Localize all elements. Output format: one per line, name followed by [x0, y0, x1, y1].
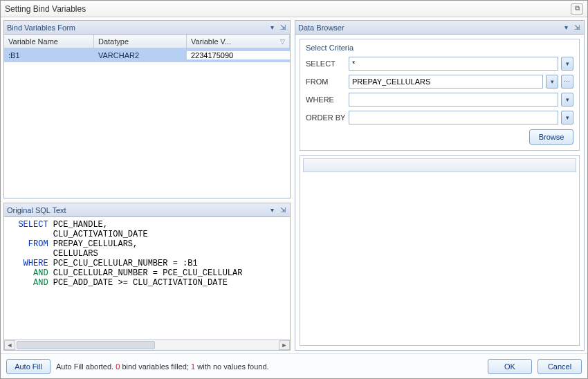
where-input[interactable] — [349, 93, 558, 107]
dropdown-icon[interactable]: ▾ — [561, 57, 573, 71]
sql-frag: PREPAY_CELLULARS, — [48, 239, 138, 249]
panel-header: Original SQL Text ▾ ⇲ — [4, 203, 290, 217]
kw-where: WHERE — [8, 259, 48, 268]
status-suffix: with no values found. — [195, 362, 268, 371]
col-header-datatype[interactable]: Datatype — [94, 35, 187, 48]
results-area — [300, 155, 580, 346]
sql-frag: CLU_ACTIVATION_DATE — [8, 230, 148, 239]
dialog-window: Setting Bind Variables ⧉ Bind Variables … — [0, 0, 588, 379]
browse-from-icon[interactable]: ⋯ — [561, 75, 573, 89]
criteria-row-select: SELECT ▾ — [306, 55, 573, 73]
kw-select: SELECT — [8, 220, 48, 230]
criteria-row-from: FROM ▾ ⋯ — [306, 73, 573, 91]
kw-from: FROM — [8, 239, 48, 249]
right-column: Data Browser ▾ ⇲ Select Criteria SELECT … — [295, 20, 585, 351]
browse-button[interactable]: Browse — [529, 129, 573, 145]
sql-frag: CLU_CELLULAR_NUMBER = PCE_CLU_CELLULAR — [48, 268, 243, 278]
titlebar: Setting Bind Variables ⧉ — [1, 1, 587, 17]
kw-and: AND — [8, 278, 48, 288]
col-header-value[interactable]: Variable V... ▽ — [187, 35, 290, 48]
scroll-right-icon[interactable]: ► — [279, 340, 290, 350]
sql-frag: PCE_HANDLE, — [48, 220, 108, 230]
panel-title: Original SQL Text — [7, 206, 265, 214]
panel-title: Bind Variables Form — [7, 24, 265, 32]
kw-and: AND — [8, 268, 48, 278]
horizontal-scrollbar[interactable]: ◄ ► — [4, 339, 290, 350]
status-mid: bind variables filled; — [120, 362, 191, 371]
select-criteria-group: Select Criteria SELECT ▾ FROM ▾ ⋯ — [300, 39, 580, 151]
status-prefix: Auto Fill aborted. — [56, 362, 116, 371]
criteria-title: Select Criteria — [306, 44, 573, 52]
dialog-footer: Auto Fill Auto Fill aborted. 0 bind vari… — [1, 353, 587, 378]
dropdown-icon[interactable]: ▾ — [561, 111, 573, 124]
sql-text[interactable]: SELECT PCE_HANDLE, CLU_ACTIVATION_DATE F… — [4, 217, 290, 339]
dialog-body: Bind Variables Form ▾ ⇲ Variable Name Da… — [1, 17, 587, 353]
cell-value[interactable]: 2234175090 — [187, 51, 290, 59]
data-browser-body: Select Criteria SELECT ▾ FROM ▾ ⋯ — [295, 35, 584, 350]
criteria-row-where: WHERE ▾ — [306, 91, 573, 109]
dropdown-icon[interactable]: ▾ — [546, 75, 558, 89]
sql-frag: PCE_ADD_DATE >= CLU_ACTIVATION_DATE — [48, 278, 228, 288]
data-browser-panel: Data Browser ▾ ⇲ Select Criteria SELECT … — [295, 20, 585, 351]
dropdown-icon[interactable]: ▾ — [561, 93, 573, 107]
sql-frag: CELLULARS — [8, 249, 98, 259]
cell-variable-name: :B1 — [4, 51, 94, 59]
panel-menu-icon[interactable]: ▾ — [268, 24, 276, 32]
bind-variables-panel: Bind Variables Form ▾ ⇲ Variable Name Da… — [3, 20, 291, 198]
grid: Variable Name Datatype Variable V... ▽ :… — [4, 35, 290, 198]
status-text: Auto Fill aborted. 0 bind variables fill… — [56, 362, 269, 371]
original-sql-panel: Original SQL Text ▾ ⇲ SELECT PCE_HANDLE,… — [3, 203, 291, 351]
label-select: SELECT — [306, 59, 346, 68]
dialog-title: Setting Bind Variables — [5, 4, 86, 14]
left-column: Bind Variables Form ▾ ⇲ Variable Name Da… — [3, 20, 291, 351]
ok-button[interactable]: OK — [488, 359, 532, 374]
orderby-input[interactable] — [349, 111, 558, 124]
panel-header: Data Browser ▾ ⇲ — [295, 21, 584, 35]
col-header-variable-name[interactable]: Variable Name — [4, 35, 94, 48]
panel-header: Bind Variables Form ▾ ⇲ — [4, 21, 290, 35]
select-input[interactable] — [349, 57, 558, 71]
grid-header: Variable Name Datatype Variable V... ▽ — [4, 35, 290, 48]
panel-title: Data Browser — [298, 24, 559, 32]
criteria-row-orderby: ORDER BY ▾ — [306, 109, 573, 127]
results-header — [303, 158, 576, 172]
table-row[interactable]: :B1 VARCHAR2 2234175090 — [4, 48, 290, 62]
col-header-value-label: Variable V... — [191, 37, 231, 46]
scroll-track[interactable] — [15, 340, 279, 350]
label-where: WHERE — [306, 95, 346, 104]
label-orderby: ORDER BY — [306, 113, 346, 122]
panel-pin-icon[interactable]: ⇲ — [279, 206, 287, 214]
auto-fill-button[interactable]: Auto Fill — [6, 359, 50, 374]
sql-frag: PCE_CLU_CELLULAR_NUMBER = :B1 — [48, 259, 198, 268]
cancel-button[interactable]: Cancel — [538, 359, 582, 374]
panel-pin-icon[interactable]: ⇲ — [279, 24, 287, 32]
browse-row: Browse — [306, 129, 573, 145]
label-from: FROM — [306, 77, 346, 86]
scroll-thumb[interactable] — [17, 341, 155, 349]
scroll-left-icon[interactable]: ◄ — [4, 340, 15, 350]
cell-datatype: VARCHAR2 — [94, 51, 187, 59]
panel-menu-icon[interactable]: ▾ — [268, 206, 276, 214]
panel-menu-icon[interactable]: ▾ — [562, 24, 570, 32]
sort-desc-icon: ▽ — [280, 38, 285, 45]
panel-pin-icon[interactable]: ⇲ — [573, 24, 581, 32]
from-input[interactable] — [349, 75, 543, 89]
close-icon[interactable]: ⧉ — [571, 3, 583, 15]
